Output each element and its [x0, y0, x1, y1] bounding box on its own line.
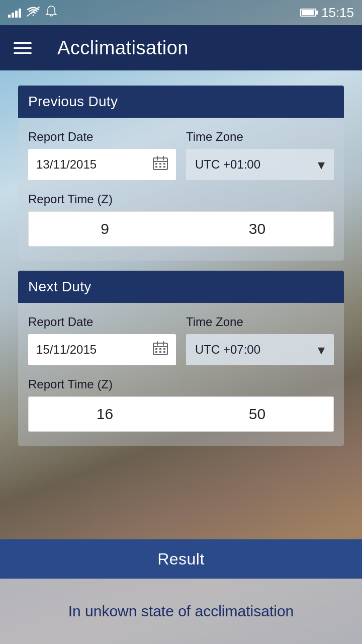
next-duty-chevron-icon: ▾: [318, 342, 325, 358]
notification-icon: [45, 5, 57, 21]
previous-duty-date-group: Report Date 13/11/2015: [28, 130, 176, 180]
header: Acclimatisation: [0, 25, 362, 70]
previous-duty-minutes-input[interactable]: 30: [181, 211, 334, 247]
svg-rect-5: [155, 163, 157, 165]
status-right: 15:15: [300, 5, 354, 21]
battery-fill: [302, 10, 314, 15]
previous-duty-calendar-icon: [153, 156, 168, 173]
signal-icon: [8, 8, 21, 18]
previous-duty-date-value: 13/11/2015: [36, 157, 97, 172]
wifi-icon: [26, 6, 40, 20]
previous-duty-card: Previous Duty Report Date 13/11/2015: [18, 86, 344, 261]
main-content: Previous Duty Report Date 13/11/2015: [0, 70, 362, 461]
previous-duty-time-group: Report Time (Z) 9 30: [28, 192, 334, 247]
next-duty-time-group: Report Time (Z) 16 50: [28, 377, 334, 432]
next-duty-minutes-input[interactable]: 50: [181, 396, 334, 432]
menu-line-3: [14, 52, 32, 54]
previous-duty-time-label: Report Time (Z): [28, 192, 334, 206]
next-duty-date-group: Report Date 15/11/2015: [28, 315, 176, 365]
svg-rect-18: [155, 351, 157, 353]
next-duty-header: Next Duty: [18, 271, 344, 303]
svg-rect-10: [163, 166, 165, 168]
next-duty-timezone-value: UTC +07:00: [195, 343, 260, 357]
next-duty-time-label: Report Time (Z): [28, 377, 334, 391]
svg-rect-6: [159, 163, 161, 165]
next-duty-calendar-icon: [153, 341, 168, 358]
svg-rect-7: [163, 163, 165, 165]
previous-duty-timezone-select[interactable]: UTC +01:00 ▾: [186, 149, 334, 180]
previous-duty-timezone-value: UTC +01:00: [195, 157, 260, 172]
next-duty-date-input[interactable]: 15/11/2015: [28, 334, 176, 365]
result-text-area: In unkown state of acclimatisation: [0, 579, 362, 644]
previous-duty-timezone-label: Time Zone: [186, 130, 334, 144]
menu-line-1: [14, 42, 32, 44]
next-duty-timezone-label: Time Zone: [186, 315, 334, 329]
previous-duty-chevron-icon: ▾: [318, 156, 325, 173]
page-title: Acclimatisation: [45, 37, 362, 59]
svg-rect-19: [159, 351, 161, 353]
previous-duty-header: Previous Duty: [18, 86, 344, 118]
svg-rect-15: [155, 348, 157, 350]
next-duty-time-inputs: 16 50: [28, 396, 334, 432]
menu-button[interactable]: [0, 25, 45, 70]
svg-rect-16: [159, 348, 161, 350]
menu-line-2: [14, 47, 32, 49]
svg-rect-9: [159, 166, 161, 168]
next-duty-date-row: Report Date 15/11/2015: [28, 315, 334, 365]
svg-rect-17: [163, 348, 165, 350]
next-duty-hours-input[interactable]: 16: [28, 396, 181, 432]
previous-duty-date-row: Report Date 13/11/2015: [28, 130, 334, 180]
svg-rect-8: [155, 166, 157, 168]
status-bar: 15:15: [0, 0, 362, 25]
next-duty-date-label: Report Date: [28, 315, 176, 329]
next-duty-date-value: 15/11/2015: [36, 343, 97, 357]
previous-duty-time-inputs: 9 30: [28, 211, 334, 247]
previous-duty-date-input[interactable]: 13/11/2015: [28, 149, 176, 180]
next-duty-card: Next Duty Report Date 15/11/2015: [18, 271, 344, 446]
result-bar[interactable]: Result: [0, 539, 362, 579]
previous-duty-hours-input[interactable]: 9: [28, 211, 181, 247]
result-text: In unkown state of acclimatisation: [68, 603, 294, 620]
previous-duty-fields: Report Date 13/11/2015: [18, 118, 344, 261]
previous-duty-date-label: Report Date: [28, 130, 176, 144]
svg-rect-20: [163, 351, 165, 353]
status-left: [8, 5, 57, 21]
clock: 15:15: [321, 5, 354, 21]
battery-icon: [300, 9, 316, 17]
next-duty-timezone-group: Time Zone UTC +07:00 ▾: [186, 315, 334, 365]
next-duty-timezone-select[interactable]: UTC +07:00 ▾: [186, 334, 334, 365]
result-button-label: Result: [157, 550, 205, 569]
previous-duty-timezone-group: Time Zone UTC +01:00 ▾: [186, 130, 334, 180]
next-duty-fields: Report Date 15/11/2015: [18, 303, 344, 446]
